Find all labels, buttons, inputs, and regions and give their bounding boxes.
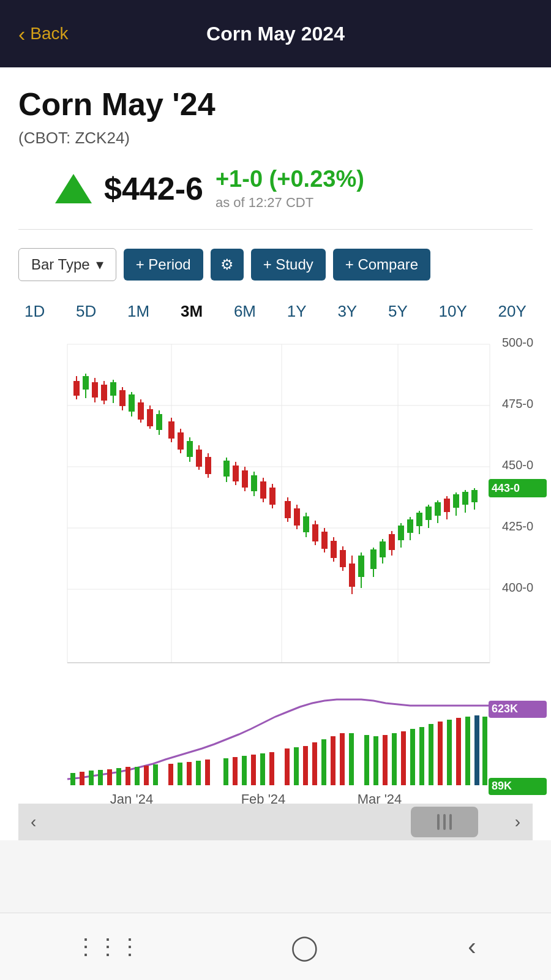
bar-type-button[interactable]: Bar Type ▾ <box>18 248 116 281</box>
svg-rect-21 <box>110 382 116 396</box>
bar-type-label: Bar Type <box>31 256 90 273</box>
svg-rect-15 <box>83 376 89 390</box>
svg-rect-139 <box>482 717 487 785</box>
study-button[interactable]: + Study <box>251 249 326 281</box>
svg-rect-105 <box>144 766 149 785</box>
svg-rect-109 <box>187 762 192 785</box>
svg-rect-97 <box>70 773 75 785</box>
svg-rect-23 <box>119 390 126 406</box>
back-label: Back <box>30 24 68 43</box>
svg-rect-55 <box>285 501 291 518</box>
svg-rect-49 <box>251 475 257 491</box>
svg-rect-81 <box>407 519 413 533</box>
svg-rect-63 <box>321 532 328 549</box>
svg-rect-124 <box>340 733 345 785</box>
svg-rect-130 <box>401 731 406 785</box>
svg-rect-29 <box>147 409 153 426</box>
svg-rect-104 <box>135 767 140 785</box>
tab-1d[interactable]: 1D <box>18 297 51 326</box>
svg-rect-0 <box>18 338 551 804</box>
svg-rect-121 <box>312 742 317 785</box>
svg-rect-25 <box>129 394 135 412</box>
price-chart[interactable]: 500-0 475-0 450-0 425-0 400-0 443-0 <box>18 338 551 804</box>
compare-button[interactable]: + Compare <box>333 249 430 281</box>
tab-3m[interactable]: 3M <box>174 297 209 326</box>
compare-label: + Compare <box>345 256 418 273</box>
price-change-pct: (+0.23%) <box>269 166 364 192</box>
svg-rect-125 <box>349 733 354 785</box>
y-label-400: 400-0 <box>502 581 533 594</box>
svg-rect-37 <box>187 441 193 457</box>
scroll-thumb[interactable] <box>411 807 478 837</box>
svg-rect-107 <box>168 764 173 785</box>
svg-rect-17 <box>92 382 98 398</box>
svg-rect-120 <box>303 746 308 785</box>
svg-rect-41 <box>205 457 211 474</box>
back-button[interactable]: ‹ Back <box>18 22 69 46</box>
svg-rect-134 <box>438 722 443 785</box>
tab-1y[interactable]: 1Y <box>281 297 313 326</box>
scroll-thumb-line-2 <box>443 814 446 830</box>
x-label-jan: Jan '24 <box>110 791 153 804</box>
svg-rect-73 <box>370 549 377 569</box>
tab-20y[interactable]: 20Y <box>492 297 533 326</box>
tab-6m[interactable]: 6M <box>228 297 262 326</box>
home-icon[interactable]: ◯ <box>291 933 318 961</box>
svg-rect-67 <box>340 550 346 567</box>
back-nav-icon[interactable]: ‹ <box>468 933 476 960</box>
svg-rect-116 <box>260 753 265 785</box>
period-button[interactable]: + Period <box>124 249 203 281</box>
chart-container[interactable]: 500-0 475-0 450-0 425-0 400-0 443-0 <box>18 338 533 804</box>
svg-rect-133 <box>429 724 433 785</box>
back-arrow-icon: ‹ <box>18 22 25 46</box>
svg-rect-47 <box>242 470 248 488</box>
svg-rect-98 <box>80 772 84 785</box>
y-label-450: 450-0 <box>502 458 533 472</box>
svg-rect-129 <box>392 733 397 785</box>
y-label-500: 500-0 <box>502 338 533 349</box>
svg-rect-115 <box>251 755 256 785</box>
svg-rect-95 <box>471 490 478 502</box>
svg-rect-118 <box>285 748 290 785</box>
tab-1m[interactable]: 1M <box>121 297 156 326</box>
svg-rect-132 <box>419 727 424 785</box>
gear-icon: ⚙ <box>220 256 234 273</box>
price-time: as of 12:27 CDT <box>216 195 364 211</box>
svg-rect-69 <box>349 564 355 587</box>
svg-rect-51 <box>260 481 266 499</box>
study-label: + Study <box>263 256 313 273</box>
price-change: +1-0 (+0.23%) <box>216 166 364 192</box>
svg-rect-112 <box>223 758 228 785</box>
svg-rect-138 <box>474 715 479 785</box>
tab-3y[interactable]: 3Y <box>331 297 363 326</box>
scroll-thumb-line-3 <box>449 814 452 830</box>
tab-10y[interactable]: 10Y <box>433 297 473 326</box>
scroll-right-arrow[interactable]: › <box>503 812 533 832</box>
svg-rect-93 <box>462 492 468 505</box>
svg-rect-43 <box>223 461 230 477</box>
menu-icon[interactable]: ⋮⋮⋮ <box>75 934 141 960</box>
svg-rect-89 <box>444 499 450 512</box>
volume-purple-label: 623K <box>492 703 518 715</box>
x-label-feb: Feb '24 <box>241 791 286 804</box>
svg-rect-75 <box>380 541 386 557</box>
header-title: Corn May 2024 <box>206 23 345 45</box>
chevron-down-icon: ▾ <box>96 256 103 273</box>
svg-rect-13 <box>73 381 80 396</box>
toolbar: Bar Type ▾ + Period ⚙ + Study + Compare <box>18 236 533 287</box>
svg-rect-135 <box>447 720 452 785</box>
svg-rect-19 <box>101 385 107 401</box>
svg-rect-127 <box>373 736 378 785</box>
svg-rect-65 <box>331 541 337 558</box>
svg-rect-103 <box>126 767 130 785</box>
svg-rect-100 <box>98 770 103 785</box>
tab-5y[interactable]: 5Y <box>382 297 414 326</box>
svg-rect-113 <box>233 757 238 785</box>
scroll-bar[interactable]: ‹ › <box>18 804 533 840</box>
svg-rect-79 <box>398 526 404 540</box>
scroll-left-arrow[interactable]: ‹ <box>18 812 48 832</box>
tab-5d[interactable]: 5D <box>70 297 102 326</box>
settings-button[interactable]: ⚙ <box>211 249 244 281</box>
y-label-425: 425-0 <box>502 519 533 533</box>
price-change-group: +1-0 (+0.23%) as of 12:27 CDT <box>216 166 364 211</box>
